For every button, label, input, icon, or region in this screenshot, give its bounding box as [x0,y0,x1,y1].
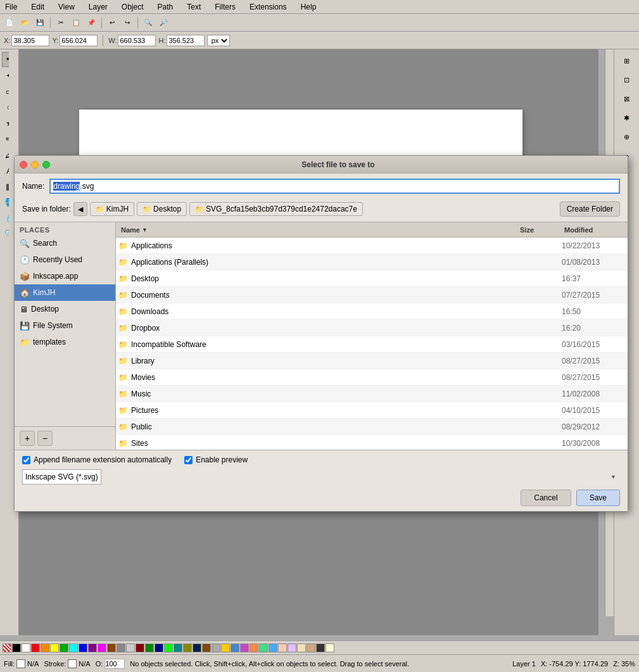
toolbar-zoom-out[interactable]: 🔎 [156,16,170,30]
snap-btn-1[interactable]: ⊞ [618,52,636,70]
snap-btn-4[interactable]: ✱ [618,109,636,127]
sidebar-item-file-system[interactable]: 💾 File System [15,317,115,334]
palette-green[interactable] [60,643,68,652]
enable-preview-checkbox[interactable] [184,456,193,464]
coord-h-input[interactable] [167,35,205,46]
file-row[interactable]: 📁 Desktop 16:37 [116,270,628,287]
opacity-input[interactable] [104,659,125,669]
folder-back-btn[interactable]: ◀ [73,202,87,216]
palette-yellow[interactable] [50,643,59,652]
palette-cyan[interactable] [69,643,78,652]
coord-y-input[interactable] [60,35,98,46]
sidebar-item-recently-used[interactable]: 🕐 Recently Used [15,251,115,268]
file-row[interactable]: 📁 Public 08/29/2012 [116,419,628,435]
menu-view[interactable]: View [56,2,77,12]
col-name[interactable]: Name ▼ [118,226,517,234]
palette-darkred[interactable] [136,643,144,652]
menu-edit[interactable]: Edit [28,2,47,12]
dialog-minimize-btn[interactable] [31,161,39,168]
palette-orange[interactable] [41,643,49,652]
palette-cream[interactable] [326,643,334,652]
file-row[interactable]: 📁 Movies 08/27/2015 [116,369,628,386]
snap-btn-2[interactable]: ⊡ [618,71,636,89]
palette-none[interactable] [3,643,11,652]
remove-place-btn[interactable]: − [37,431,53,446]
palette-violet[interactable] [240,643,249,652]
file-row[interactable]: 📁 Sites 10/30/2008 [116,435,628,450]
add-place-btn[interactable]: + [20,431,35,446]
sidebar-item-inkscape[interactable]: 📦 Inkscape.app [15,268,115,284]
menu-help[interactable]: Help [298,2,319,12]
sidebar-item-desktop[interactable]: 🖥 Desktop [15,301,115,317]
format-select[interactable]: Inkscape SVG (*.svg) Plain SVG (*.svg) P… [22,469,101,485]
dialog-name-input[interactable] [49,179,620,194]
toolbar-save[interactable]: 💾 [33,16,47,30]
palette-maroon[interactable] [202,643,211,652]
sidebar-item-kimjh[interactable]: 🏠 KimJH [15,284,115,301]
toolbar-undo[interactable]: ↩ [105,16,119,30]
palette-coral[interactable] [250,643,258,652]
menu-object[interactable]: Object [119,2,146,12]
toolbar-zoom-in[interactable]: 🔍 [141,16,155,30]
file-row[interactable]: 📁 Dropbox 16:20 [116,320,628,336]
toolbar-paste[interactable]: 📌 [84,16,98,30]
file-row[interactable]: 📁 Pictures 04/10/2015 [116,402,628,419]
menu-filters[interactable]: Filters [212,2,238,12]
palette-silver[interactable] [212,643,220,652]
menu-file[interactable]: File [3,2,20,12]
palette-lime[interactable] [164,643,173,652]
sidebar-item-search[interactable]: 🔍 Search [15,235,115,251]
palette-gray[interactable] [117,643,125,652]
file-row[interactable]: 📁 Music 11/02/2008 [116,386,628,402]
palette-tan[interactable] [307,643,315,652]
palette-sky[interactable] [269,643,277,652]
palette-gold[interactable] [221,643,230,652]
palette-blue[interactable] [79,643,87,652]
append-ext-checkbox[interactable] [22,456,30,464]
save-button[interactable]: Save [576,490,620,506]
toolbar-copy[interactable]: 📋 [69,16,83,30]
toolbar-redo[interactable]: ↪ [120,16,134,30]
palette-peach[interactable] [278,643,287,652]
file-list-scroll[interactable]: 📁 Applications 10/22/2013 📁 Applications… [116,238,628,450]
palette-darkgreen[interactable] [145,643,154,652]
palette-black[interactable] [12,643,21,652]
col-size[interactable]: Size [517,226,562,234]
breadcrumb-kimjh[interactable]: 📁 KimJH [90,202,134,216]
palette-red[interactable] [31,643,40,652]
palette-brown[interactable] [107,643,116,652]
palette-lavender[interactable] [288,643,296,652]
menu-path[interactable]: Path [155,2,176,12]
menu-layer[interactable]: Layer [86,2,110,12]
dialog-close-btn[interactable] [20,161,27,168]
palette-teal[interactable] [174,643,182,652]
file-row[interactable]: 📁 Downloads 16:50 [116,303,628,320]
palette-lightgray[interactable] [126,643,135,652]
unit-select[interactable]: px mm cm [207,35,230,46]
menu-text[interactable]: Text [184,2,203,12]
palette-indigo[interactable] [231,643,239,652]
coord-x-input[interactable] [11,35,49,46]
col-modified[interactable]: Modified [562,226,625,234]
palette-olive[interactable] [183,643,192,652]
palette-white[interactable] [22,643,30,652]
create-folder-button[interactable]: Create Folder [560,201,620,217]
snap-btn-3[interactable]: ⊠ [618,90,636,108]
breadcrumb-desktop[interactable]: 📁 Desktop [137,202,187,216]
breadcrumb-svg[interactable]: 📁 SVG_8cfa15eb3cb97d379cd1e2472dacac7e [189,202,363,216]
file-row[interactable]: 📁 Applications (Parallels) 01/08/2013 [116,254,628,270]
toolbar-new[interactable]: 📄 [3,16,16,30]
palette-mint[interactable] [259,643,268,652]
cancel-button[interactable]: Cancel [521,490,571,506]
snap-btn-5[interactable]: ⊕ [618,128,636,146]
palette-navy[interactable] [193,643,201,652]
menu-extensions[interactable]: Extensions [247,2,289,12]
palette-darkblue[interactable] [155,643,163,652]
file-row[interactable]: 📁 Incompatible Software 03/16/2015 [116,336,628,353]
palette-purple[interactable] [88,643,97,652]
coord-w-input[interactable] [118,35,156,46]
palette-beige[interactable] [297,643,306,652]
file-row[interactable]: 📁 Applications 10/22/2013 [116,238,628,254]
file-row[interactable]: 📁 Documents 07/27/2015 [116,287,628,303]
dialog-maximize-btn[interactable] [42,161,50,168]
